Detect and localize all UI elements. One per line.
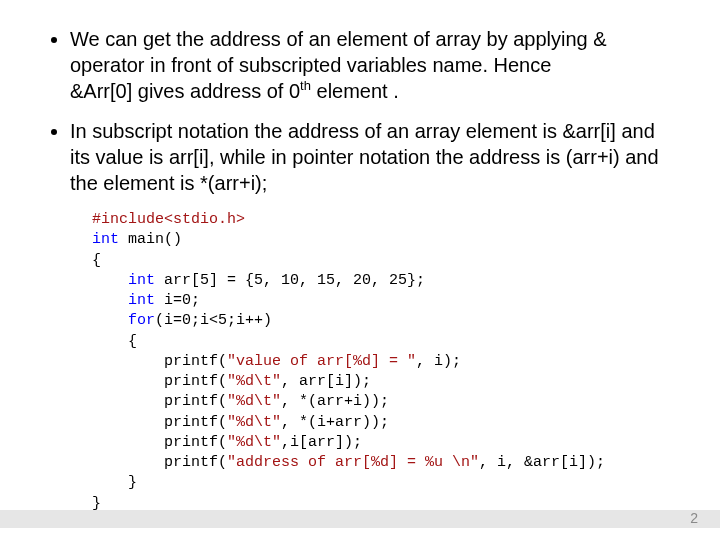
code-line-10: printf("%d\t", *(arr+i)); — [92, 392, 680, 412]
code-line-14: } — [92, 473, 680, 493]
slide: We can get the address of an element of … — [0, 0, 720, 540]
bullet-1-text-a: We can get the address of an element of … — [70, 28, 607, 76]
code-line-3: { — [92, 251, 680, 271]
code-line-2: int main() — [92, 230, 680, 250]
bullet-1-text-c: element . — [311, 80, 399, 102]
code-line-12: printf("%d\t",i[arr]); — [92, 433, 680, 453]
code-line-5: int i=0; — [92, 291, 680, 311]
page-number: 2 — [690, 510, 698, 526]
code-line-9: printf("%d\t", arr[i]); — [92, 372, 680, 392]
code-line-11: printf("%d\t", *(i+arr)); — [92, 413, 680, 433]
bullet-2-text: In subscript notation the address of an … — [70, 120, 659, 194]
bullet-2: In subscript notation the address of an … — [70, 118, 680, 196]
bullet-1-sup: th — [300, 78, 311, 93]
bullet-1-text-b: &Arr[0] gives address of 0 — [70, 80, 300, 102]
code-line-1: #include<stdio.h> — [92, 210, 680, 230]
code-block: #include<stdio.h> int main() { int arr[5… — [92, 210, 680, 514]
code-line-6: for(i=0;i<5;i++) — [92, 311, 680, 331]
code-line-4: int arr[5] = {5, 10, 15, 20, 25}; — [92, 271, 680, 291]
bullet-1: We can get the address of an element of … — [70, 26, 680, 104]
code-line-13: printf("address of arr[%d] = %u \n", i, … — [92, 453, 680, 473]
bullet-list: We can get the address of an element of … — [40, 26, 680, 196]
code-line-8: printf("value of arr[%d] = ", i); — [92, 352, 680, 372]
footer-bar — [0, 510, 720, 528]
code-line-7: { — [92, 332, 680, 352]
